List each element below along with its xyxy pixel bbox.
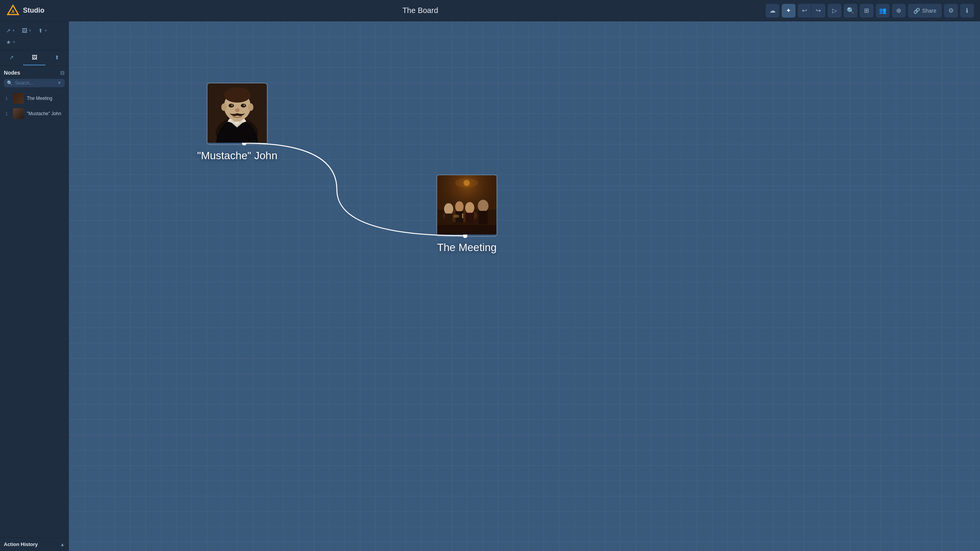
media-toolbar-btn[interactable]: 🖼 + xyxy=(20,26,34,35)
action-history: Action History ▲ xyxy=(0,537,69,551)
undo-redo-group: ↩ ↪ xyxy=(798,4,825,18)
share-toolbar-btn[interactable]: ↗ + xyxy=(4,26,17,35)
upload-toolbar-btn[interactable]: ⬆ + xyxy=(36,26,49,35)
play-btn[interactable]: ▷ xyxy=(828,4,841,18)
node-number-2: 1 xyxy=(5,111,10,116)
star-toolbar-btn[interactable]: ★ + xyxy=(4,37,18,47)
nodes-panel: Nodes ⊟ 🔍 ▼ 1 The Meeting 1 "Mustache" J… xyxy=(0,66,69,537)
settings-btn[interactable]: ⚙ xyxy=(944,4,958,18)
nodes-header: Nodes ⊟ xyxy=(4,70,65,76)
nodes-title: Nodes xyxy=(4,70,20,76)
svg-point-10 xyxy=(221,103,227,111)
svg-point-15 xyxy=(243,104,245,106)
the-meeting-image xyxy=(436,174,497,237)
node-thumb-the-meeting xyxy=(13,93,24,104)
plus-icon-2: + xyxy=(29,28,31,33)
people-btn[interactable]: 👥 xyxy=(876,4,890,18)
redo-btn[interactable]: ↪ xyxy=(812,4,825,18)
canvas-area[interactable]: "Mustache" John xyxy=(69,21,980,551)
node-item-mustache-john[interactable]: 1 "Mustache" John xyxy=(4,106,65,121)
sidebar-tabs: ↗ 🖼 ⬆ xyxy=(0,50,69,66)
svg-point-11 xyxy=(248,103,253,111)
toolbar-row-1: ↗ + 🖼 + ⬆ + xyxy=(4,26,65,35)
search-icon: 🔍 xyxy=(7,80,13,86)
action-history-title: Action History xyxy=(4,541,38,547)
svg-rect-34 xyxy=(437,175,497,235)
tab-share-icon: ↗ xyxy=(9,54,14,60)
tab-media[interactable]: 🖼 xyxy=(23,50,46,65)
share-label: Share xyxy=(922,8,936,14)
plus-icon-3: + xyxy=(44,28,47,33)
plus-icon-1: + xyxy=(12,28,15,33)
svg-point-9 xyxy=(224,87,251,103)
add-node-btn[interactable]: ⊕ xyxy=(892,4,906,18)
the-meeting-svg xyxy=(437,175,497,235)
logo-text: Studio xyxy=(23,7,44,15)
node-thumb-mustache-john xyxy=(13,108,24,119)
search-bar: 🔍 ▼ xyxy=(4,79,65,87)
filter-icon[interactable]: ▼ xyxy=(57,80,62,86)
media-toolbar-icon: 🖼 xyxy=(22,28,27,34)
main-layout: ↗ + 🖼 + ⬆ + ★ + ↗ xyxy=(0,21,980,551)
sidebar-toolbar: ↗ + 🖼 + ⬆ + ★ + xyxy=(0,21,69,50)
logo-icon: A xyxy=(6,4,20,18)
canvas-node-the-meeting-label: The Meeting xyxy=(437,241,497,254)
sidebar: ↗ + 🖼 + ⬆ + ★ + ↗ xyxy=(0,21,69,551)
top-bar-actions: ☁ ✦ ↩ ↪ ▷ 🔍 ⊞ 👥 ⊕ 🔗 Share ⚙ ℹ xyxy=(766,4,974,18)
grid-btn[interactable]: ⊞ xyxy=(860,4,874,18)
canvas-node-the-meeting[interactable]: The Meeting xyxy=(436,174,497,254)
node-label-mustache-john: "Mustache" John xyxy=(27,111,61,116)
node-number-1: 1 xyxy=(5,96,10,101)
tab-upload[interactable]: ⬆ xyxy=(46,50,69,65)
svg-point-14 xyxy=(231,104,233,106)
canvas-node-mustache-john-label: "Mustache" John xyxy=(197,150,278,162)
nodes-collapse-icon[interactable]: ⊟ xyxy=(60,70,65,76)
canvas-divider xyxy=(69,186,980,186)
search-input[interactable] xyxy=(15,80,55,86)
cloud-btn[interactable]: ☁ xyxy=(766,4,779,18)
share-toolbar-icon: ↗ xyxy=(6,28,11,34)
search-btn[interactable]: 🔍 xyxy=(844,4,858,18)
svg-point-16 xyxy=(235,108,240,112)
logo-area: A Studio xyxy=(6,4,75,18)
tab-share[interactable]: ↗ xyxy=(0,50,23,65)
svg-text:A: A xyxy=(11,9,15,14)
svg-point-12 xyxy=(229,104,234,108)
top-bar: A Studio The Board ☁ ✦ ↩ ↪ ▷ 🔍 ⊞ 👥 ⊕ 🔗 S… xyxy=(0,0,980,21)
info-btn[interactable]: ℹ xyxy=(960,4,974,18)
cursor-btn[interactable]: ✦ xyxy=(782,4,795,18)
board-title: The Board xyxy=(75,6,766,15)
action-history-header[interactable]: Action History ▲ xyxy=(4,541,65,547)
tab-media-icon: 🖼 xyxy=(32,54,37,60)
toolbar-row-2: ★ + xyxy=(4,37,65,47)
collapse-icon: ▲ xyxy=(60,542,65,547)
share-icon: 🔗 xyxy=(913,8,920,14)
mustache-john-svg xyxy=(207,83,267,143)
share-button[interactable]: 🔗 Share xyxy=(908,4,942,18)
node-item-the-meeting[interactable]: 1 The Meeting xyxy=(4,91,65,106)
undo-btn[interactable]: ↩ xyxy=(798,4,812,18)
star-toolbar-icon: ★ xyxy=(6,39,11,45)
upload-toolbar-icon: ⬆ xyxy=(38,28,43,34)
svg-point-13 xyxy=(241,104,246,108)
canvas-node-mustache-john[interactable]: "Mustache" John xyxy=(197,83,278,162)
tab-upload-icon: ⬆ xyxy=(55,54,59,60)
mustache-john-image xyxy=(207,83,268,145)
node-label-the-meeting: The Meeting xyxy=(27,96,52,101)
plus-icon-4: + xyxy=(13,39,15,45)
